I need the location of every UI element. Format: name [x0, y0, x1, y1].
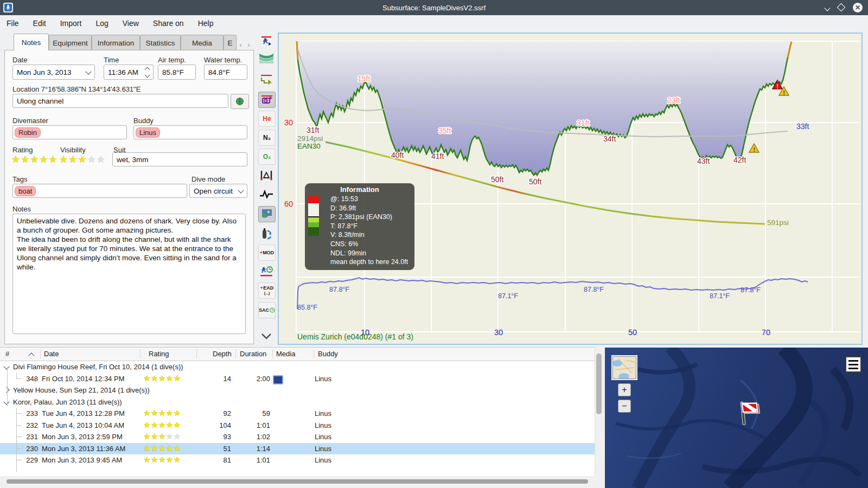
water-temp-field[interactable] — [204, 65, 247, 80]
suit-field[interactable] — [112, 152, 247, 166]
column-header-media[interactable]: Media — [276, 350, 295, 358]
column-header-depth[interactable]: Depth — [213, 350, 232, 358]
star-filled-icon: ★ — [174, 374, 181, 383]
buddy-field[interactable]: Linus — [133, 125, 247, 139]
sort-ascending-icon — [28, 352, 34, 358]
ceiling-steps-icon[interactable] — [258, 72, 275, 87]
tab-scroll-right-button[interactable]: › — [245, 38, 253, 50]
menu-help[interactable]: Help — [198, 19, 214, 28]
star-filled-icon: ★ — [174, 444, 181, 453]
date-label: Date — [12, 56, 27, 64]
menu-share-on[interactable]: Share on — [153, 19, 184, 28]
date-select[interactable]: Mon Jun 3, 2013 — [12, 65, 95, 80]
column-header-date[interactable]: Date — [44, 350, 59, 358]
horizontal-scrollbar[interactable] — [7, 479, 588, 484]
globe-button[interactable] — [231, 94, 249, 109]
star-filled-icon: ★ — [143, 444, 151, 453]
tab-information[interactable]: Information — [92, 35, 140, 50]
dive-row[interactable]: 229Mon Jun 3, 2013 9:45 AM★★★★★811:01Lin… — [0, 454, 595, 466]
helium-toggle[interactable]: He — [258, 111, 276, 127]
oxygen-toggle[interactable]: O₂ — [258, 149, 276, 165]
dive-row[interactable]: 230Mon Jun 3, 2013 11:36 AM★★★★★511:14Li… — [0, 443, 595, 455]
star-filled-icon: ★ — [39, 154, 48, 165]
star-filled-icon: ★ — [174, 408, 181, 418]
scroll-down-icon[interactable] — [258, 329, 275, 344]
divemaster-field[interactable]: Robin — [12, 125, 127, 139]
maximize-button[interactable] — [838, 4, 844, 11]
column-header-buddy[interactable]: Buddy — [318, 350, 338, 358]
visibility-label: Visibility — [60, 146, 86, 154]
depth-marker-label: 42ft — [733, 156, 746, 164]
dive-site-flag-marker[interactable] — [729, 394, 767, 430]
tag-chip[interactable]: boat — [15, 186, 36, 196]
buddy-chip[interactable]: Linus — [136, 127, 160, 138]
map-overview-thumbnail[interactable] — [612, 356, 636, 379]
photos-toggle[interactable] — [258, 206, 276, 222]
dive-row[interactable]: 231Mon Jun 3, 2013 2:59 PM★★★★★931:02Lin… — [0, 431, 595, 443]
menu-file[interactable]: File — [7, 19, 19, 28]
dive-row[interactable]: 233Tue Jun 4, 2013 12:28 PM★★★★★9259Linu… — [0, 408, 595, 420]
visibility-stars[interactable]: ★★★★★ — [59, 155, 106, 165]
star-filled-icon: ★ — [68, 154, 78, 165]
vertical-scrollbar[interactable] — [596, 354, 602, 414]
tab-statistics[interactable]: Statistics — [140, 35, 181, 50]
dive-mode-select[interactable]: Open circuit — [189, 184, 247, 198]
tab-e[interactable]: E — [224, 35, 237, 50]
menu-log[interactable]: Log — [95, 19, 108, 28]
dive-date: Tue Jun 4, 2013 10:04 AM — [42, 421, 124, 429]
dc-ceiling-icon[interactable] — [258, 34, 275, 49]
tab-equipment[interactable]: Equipment — [49, 35, 92, 50]
depth-marker-label: 23ft — [667, 96, 680, 105]
trip-row[interactable]: Koror, Palau, Jun 2013 (11 dive(s)) — [0, 396, 595, 408]
dive-computer-data-icon[interactable] — [258, 92, 276, 108]
depth-marker-label: 50ft — [491, 175, 503, 184]
ead-toggle[interactable]: +EAD(...) — [258, 282, 276, 299]
map-panel[interactable]: + − — [605, 348, 868, 488]
media-thumbnail-icon[interactable] — [273, 375, 283, 384]
trip-row[interactable]: Divi Flamingo House Reef, Fri Oct 10, 20… — [0, 361, 595, 373]
map-menu-button[interactable] — [845, 356, 861, 373]
ruler-icon[interactable] — [258, 168, 275, 183]
collapse-icon[interactable] — [3, 399, 9, 404]
tab-notes[interactable]: Notes — [14, 34, 49, 50]
dive-duration: 1:01 — [237, 421, 270, 429]
time-stepper[interactable]: 11:36 AM — [104, 65, 154, 80]
notes-textarea[interactable]: Unbelievable dive. Dozens and dozens of … — [12, 214, 246, 334]
map-zoom-out-button[interactable]: − — [618, 400, 631, 413]
warning-triangle-icon[interactable]: ! — [749, 144, 759, 153]
nitrogen-toggle[interactable]: N₂ — [258, 130, 276, 146]
tab-media[interactable]: Media — [181, 35, 224, 50]
star-filled-icon: ★ — [166, 420, 174, 429]
collapse-icon[interactable] — [3, 363, 9, 369]
air-temp-field[interactable] — [158, 65, 196, 80]
location-field[interactable] — [12, 94, 228, 108]
expand-icon[interactable] — [3, 387, 9, 393]
menu-edit[interactable]: Edit — [33, 19, 46, 28]
mod-toggle[interactable]: +MOD — [258, 245, 276, 261]
window-title: Subsurface: SampleDivesV2.ssrf — [0, 4, 868, 12]
dive-row[interactable]: 348Fri Oct 10, 2014 12:34 PM★★★★★142:00L… — [0, 373, 595, 385]
tank-bar-icon[interactable] — [258, 226, 275, 241]
ndl-icon[interactable] — [258, 264, 275, 279]
trip-row[interactable]: Yellow House, Sun Sep 21, 2014 (1 dive(s… — [0, 384, 595, 396]
column-header-num[interactable]: # — [5, 350, 9, 358]
menu-import[interactable]: Import — [60, 19, 82, 28]
tab-scroll-left-button[interactable]: ‹ — [237, 38, 245, 50]
sac-toggle[interactable]: SAC — [258, 302, 276, 318]
scroll-down-icon — [260, 332, 272, 340]
minimize-button[interactable] — [825, 4, 829, 11]
dc-ceiling-icon — [260, 35, 273, 48]
column-header-duration[interactable]: Duration — [240, 350, 266, 358]
dive-row[interactable]: 232Tue Jun 4, 2013 10:04 AM★★★★★1041:01L… — [0, 420, 595, 432]
close-button[interactable]: ✕ — [853, 3, 863, 12]
tags-field[interactable]: boat — [12, 184, 187, 198]
column-header-rating[interactable]: Rating — [149, 350, 169, 358]
divemaster-chip[interactable]: Robin — [15, 127, 41, 138]
menu-view[interactable]: View — [123, 19, 139, 28]
spinner-arrows-icon[interactable] — [145, 68, 149, 77]
calculated-ceiling-icon[interactable] — [258, 50, 275, 65]
heart-rate-icon[interactable] — [258, 187, 275, 202]
map-zoom-in-button[interactable]: + — [618, 383, 631, 396]
rating-stars[interactable]: ★★★★★ — [11, 155, 58, 165]
depth-axis-tick: 30 — [284, 118, 293, 127]
